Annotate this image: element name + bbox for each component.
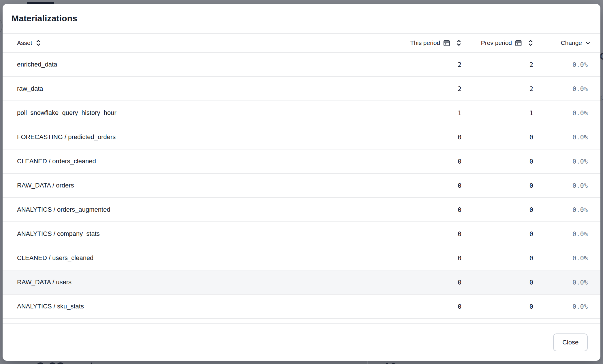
prev-period-cell: 0 — [461, 158, 533, 165]
table-row: RAW_DATA / orders000.0% — [3, 174, 600, 198]
asset-name-cell: enriched_data — [3, 61, 389, 68]
column-header-this-period-label: This period — [410, 39, 440, 46]
calendar-icon — [443, 39, 451, 47]
asset-name-cell: CLEANED / orders_cleaned — [3, 158, 389, 165]
column-header-change-label: Change — [561, 39, 582, 46]
materializations-modal: Materializations Asset This period — [3, 4, 600, 361]
this-period-cell: 0 — [389, 182, 461, 189]
asset-name-cell: poll_snowflake_query_history_hour — [3, 109, 389, 117]
asset-name-cell: FORECASTING / predicted_orders — [3, 133, 389, 141]
asset-name-cell: ANALYTICS / sku_stats — [3, 303, 389, 310]
this-period-cell: 1 — [389, 109, 461, 117]
asset-name-cell: RAW_DATA / orders — [3, 182, 389, 189]
close-button[interactable]: Close — [553, 333, 588, 351]
change-cell: 0.0% — [533, 109, 600, 117]
column-header-prev-period[interactable]: Prev period — [461, 39, 533, 47]
materializations-table: Asset This period — [3, 34, 600, 324]
table-row: CLEANED / orders_cleaned000.0% — [3, 149, 600, 174]
table-row: enriched_data220.0% — [3, 53, 600, 77]
this-period-cell: 0 — [389, 230, 461, 238]
column-header-this-period[interactable]: This period — [389, 39, 461, 47]
table-header-row: Asset This period — [3, 34, 600, 53]
table-row: ANALYTICS / company_stats000.0% — [3, 222, 600, 246]
table-row: poll_snowflake_query_history_hour110.0% — [3, 101, 600, 125]
partial-row — [3, 319, 600, 324]
prev-period-cell: 2 — [461, 85, 533, 92]
column-header-asset-label: Asset — [17, 39, 32, 46]
change-cell: 0.0% — [533, 206, 600, 213]
this-period-cell: 2 — [389, 85, 461, 92]
asset-name-cell: RAW_DATA / users — [3, 278, 389, 286]
prev-period-cell: 0 — [461, 303, 533, 310]
this-period-cell: 0 — [389, 206, 461, 213]
this-period-cell: 0 — [389, 303, 461, 310]
asset-name-cell: raw_data — [3, 85, 389, 92]
table-row: CLEANED / users_cleaned000.0% — [3, 246, 600, 270]
this-period-cell: 0 — [389, 255, 461, 262]
this-period-cell: 2 — [389, 61, 461, 68]
table-row: ANALYTICS / orders_augmented000.0% — [3, 198, 600, 222]
background-circle-shape — [0, 16, 3, 35]
table-body[interactable]: enriched_data220.0%raw_data220.0%poll_sn… — [3, 53, 600, 319]
this-period-cell: 0 — [389, 134, 461, 141]
column-header-prev-period-label: Prev period — [481, 39, 512, 46]
change-cell: 0.0% — [533, 230, 600, 238]
table-row: FORECASTING / predicted_orders000.0% — [3, 125, 600, 149]
change-cell: 0.0% — [533, 303, 600, 310]
prev-period-cell: 0 — [461, 230, 533, 238]
change-cell: 0.0% — [533, 182, 600, 189]
this-period-cell: 0 — [389, 158, 461, 165]
change-cell: 0.0% — [533, 279, 600, 286]
calendar-icon — [515, 39, 522, 47]
prev-period-cell: 1 — [461, 109, 533, 117]
prev-period-cell: 2 — [461, 61, 533, 68]
modal-footer: Close — [3, 324, 600, 361]
change-cell: 0.0% — [533, 255, 600, 262]
asset-name-cell: CLEANED / users_cleaned — [3, 254, 389, 262]
sort-updown-icon — [36, 39, 41, 46]
table-row: ANALYTICS / sku_stats000.0% — [3, 295, 600, 319]
asset-name-cell: ANALYTICS / company_stats — [3, 230, 389, 238]
change-cell: 0.0% — [533, 158, 600, 165]
table-row: RAW_DATA / users000.0% — [3, 270, 600, 295]
prev-period-cell: 0 — [461, 279, 533, 286]
prev-period-cell: 0 — [461, 255, 533, 262]
asset-name-cell: ANALYTICS / orders_augmented — [3, 206, 389, 213]
background-duration-unit: seconds — [66, 361, 96, 364]
column-header-change[interactable]: Change — [533, 39, 600, 46]
modal-header: Materializations — [3, 4, 600, 34]
background-partial-text-right-mid: p — [600, 93, 603, 102]
modal-title: Materializations — [12, 14, 77, 23]
screen: C p 3.08 seconds K Materializations Asse… — [0, 0, 603, 364]
prev-period-cell: 0 — [461, 134, 533, 141]
change-cell: 0.0% — [533, 85, 600, 92]
change-cell: 0.0% — [533, 61, 600, 68]
change-cell: 0.0% — [533, 134, 600, 141]
column-header-asset[interactable]: Asset — [3, 39, 389, 46]
sort-updown-icon — [456, 39, 461, 46]
this-period-cell: 0 — [389, 279, 461, 286]
table-row: raw_data220.0% — [3, 77, 600, 101]
prev-period-cell: 0 — [461, 182, 533, 189]
sort-updown-icon — [528, 39, 533, 46]
chevron-down-icon — [585, 40, 591, 46]
prev-period-cell: 0 — [461, 206, 533, 213]
